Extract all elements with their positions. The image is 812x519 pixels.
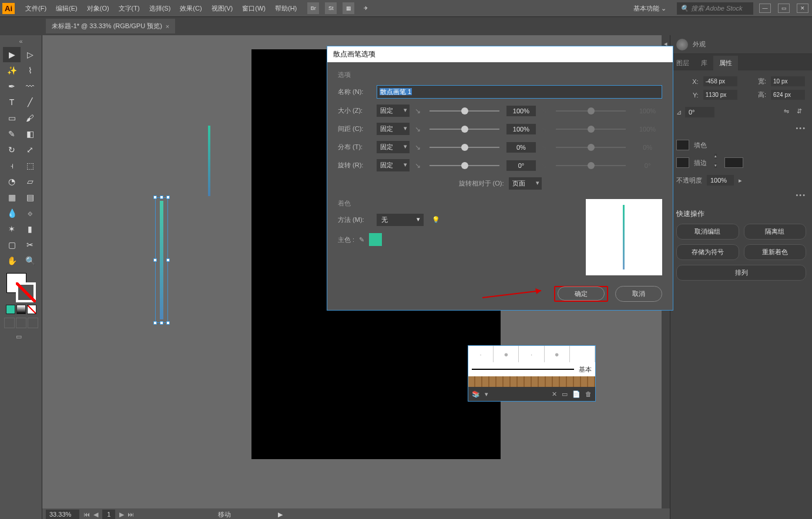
menu-type[interactable]: 文字(T) — [114, 4, 145, 13]
hand-tool[interactable]: ✋ — [3, 253, 21, 268]
size-value[interactable]: 100% — [506, 106, 536, 116]
eraser-tool[interactable]: ◧ — [21, 126, 39, 141]
spacing-mode-select[interactable]: 固定 — [377, 123, 410, 135]
stroke-color-swatch[interactable] — [676, 157, 689, 168]
link-icon[interactable]: ↘ — [413, 107, 422, 115]
method-select[interactable]: 无 — [377, 214, 424, 226]
brush-libraries-menu-icon[interactable]: ▾ — [485, 390, 488, 398]
direct-selection-tool[interactable]: ▷ — [21, 47, 39, 62]
rectangle-tool[interactable]: ▭ — [3, 110, 21, 126]
perspective-tool[interactable]: ▱ — [21, 174, 39, 189]
opacity-dropdown-icon[interactable]: ▸ — [739, 177, 742, 184]
spacing-value[interactable]: 100% — [506, 124, 536, 134]
brush-delete-icon[interactable]: 🗑 — [585, 390, 592, 397]
link-icon[interactable]: ↘ — [413, 125, 422, 133]
scale-tool[interactable]: ⤢ — [21, 142, 39, 157]
rotation-slider[interactable] — [430, 165, 499, 166]
document-tab-close-icon[interactable]: × — [166, 23, 169, 30]
symbol-sprayer-tool[interactable]: ✶ — [3, 221, 21, 237]
menu-file[interactable]: 文件(F) — [21, 4, 51, 13]
rotate-tool[interactable]: ↻ — [3, 142, 21, 157]
mesh-tool[interactable]: ▦ — [3, 190, 21, 205]
type-tool[interactable]: T — [3, 95, 21, 110]
document-tab[interactable]: 未标题-1* @ 33.33% (RGB/GPU 预览) × — [46, 19, 175, 33]
blend-tool[interactable]: ⟐ — [21, 205, 39, 221]
tab-layers[interactable]: 图层 — [670, 56, 695, 70]
menu-help[interactable]: 帮助(H) — [270, 4, 301, 13]
brush-new-icon[interactable]: 📄 — [572, 390, 581, 398]
brush-options-icon[interactable]: ▭ — [562, 390, 568, 398]
line-tool[interactable]: ╱ — [21, 95, 39, 110]
menu-view[interactable]: 视图(V) — [207, 4, 238, 13]
nav-next-icon[interactable]: ▶ — [118, 511, 126, 518]
brush-preset[interactable]: · — [519, 346, 544, 362]
hint-icon[interactable]: 💡 — [432, 216, 440, 224]
ungroup-button[interactable]: 取消编组 — [676, 224, 739, 240]
gpu-icon[interactable]: ✈ — [360, 2, 372, 14]
none-mini-swatch[interactable] — [27, 305, 36, 314]
name-input[interactable]: 散点画笔 1 — [377, 85, 662, 99]
rotation-rel-select[interactable]: 页面 — [509, 177, 542, 190]
brush-preset[interactable]: ● — [545, 346, 570, 362]
screen-mode-icon[interactable]: ▭ — [16, 333, 26, 343]
lasso-tool[interactable]: ⌇ — [21, 63, 39, 78]
opacity-input[interactable]: 100% — [707, 175, 734, 186]
brush-libraries-icon[interactable]: 📚 — [472, 390, 480, 398]
angle-input[interactable]: 0° — [685, 107, 714, 117]
arrange-button[interactable]: 排列 — [676, 265, 806, 281]
paintbrush-tool[interactable]: 🖌 — [21, 110, 39, 126]
gradient-mini-swatch[interactable] — [16, 305, 26, 314]
panel-menu-icon[interactable]: ••• — [676, 124, 806, 132]
tab-properties[interactable]: 属性 — [713, 56, 738, 70]
flip-vertical-icon[interactable]: ⇵ — [797, 107, 806, 117]
shape-builder-tool[interactable]: ◔ — [3, 174, 21, 189]
size-slider[interactable] — [430, 110, 499, 112]
link-icon[interactable]: ↘ — [413, 161, 422, 170]
stroke-weight-value[interactable] — [724, 157, 743, 168]
bridge-icon[interactable]: Br — [307, 2, 319, 14]
x-input[interactable]: -458 px — [703, 76, 737, 86]
flip-horizontal-icon[interactable]: ⇋ — [784, 107, 793, 117]
pen-tool[interactable]: ✒ — [3, 79, 21, 94]
workspace-switcher[interactable]: 基本功能 ⌄ — [628, 2, 672, 15]
isolate-button[interactable]: 隔离组 — [744, 224, 807, 240]
artboard-tool[interactable]: ▢ — [3, 237, 21, 252]
cancel-button[interactable]: 取消 — [615, 286, 662, 302]
window-restore-icon[interactable]: ▭ — [778, 4, 790, 13]
menu-select[interactable]: 选择(S) — [145, 4, 176, 13]
zoom-tool[interactable]: 🔍 — [21, 253, 39, 268]
recolor-button[interactable]: 重新着色 — [744, 244, 807, 260]
window-close-icon[interactable]: ✕ — [797, 4, 808, 13]
spacing-slider[interactable] — [430, 129, 499, 130]
scatter-slider[interactable] — [430, 147, 499, 148]
appearance-label[interactable]: 外观 — [693, 40, 706, 49]
width-tool[interactable]: ⫞ — [3, 158, 21, 173]
brush-basic-row[interactable]: 基本 — [468, 362, 595, 376]
nav-prev-icon[interactable]: ◀ — [92, 511, 100, 518]
selection-tool[interactable]: ▶ — [3, 47, 21, 62]
scatter-mode-select[interactable]: 固定 — [377, 141, 410, 153]
brush-art-row[interactable] — [468, 376, 595, 387]
zoom-level[interactable]: 33.33% — [46, 510, 79, 519]
draw-inside-icon[interactable] — [28, 318, 38, 328]
color-mini-swatch[interactable] — [6, 305, 15, 314]
brush-remove-icon[interactable]: ✕ — [552, 390, 557, 398]
menu-edit[interactable]: 编辑(E) — [51, 4, 82, 13]
selection-bounds[interactable] — [155, 197, 168, 323]
brush-preset[interactable]: · — [468, 346, 494, 362]
scatter-value[interactable]: 0% — [506, 142, 536, 153]
h-input[interactable]: 624 px — [771, 90, 805, 100]
size-mode-select[interactable]: 固定 — [377, 105, 410, 117]
stroke-weight-stepper[interactable]: ▴▾ — [712, 154, 720, 168]
draw-behind-icon[interactable] — [16, 318, 26, 328]
gradient-tool[interactable]: ▤ — [21, 190, 39, 205]
stock-icon[interactable]: St — [325, 2, 337, 14]
graph-tool[interactable]: ▮ — [21, 221, 39, 237]
search-stock-input[interactable]: 🔍 搜索 Adobe Stock — [677, 2, 753, 15]
curvature-tool[interactable]: 〰 — [21, 79, 39, 94]
ok-button[interactable]: 确定 — [558, 287, 605, 301]
menu-object[interactable]: 对象(O) — [82, 4, 114, 13]
brush-preset[interactable]: ● — [494, 346, 519, 362]
nav-last-icon[interactable]: ⏭ — [126, 511, 136, 518]
keycolor-swatch[interactable] — [369, 233, 382, 246]
